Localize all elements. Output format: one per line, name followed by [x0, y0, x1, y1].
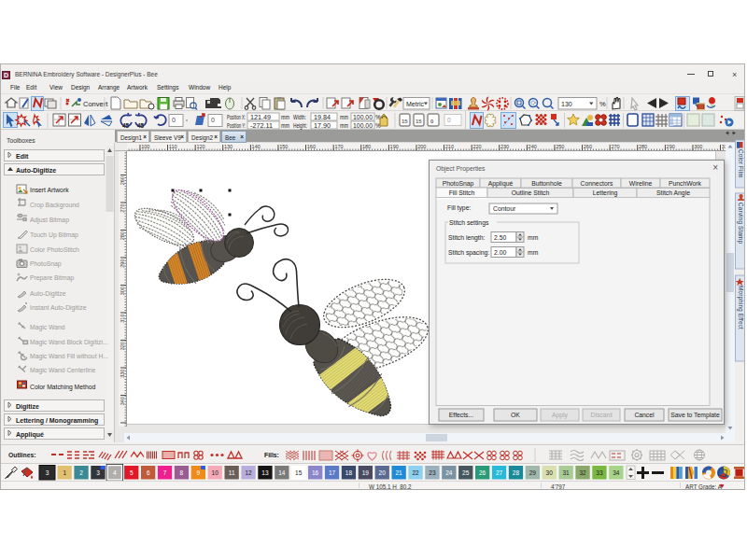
svg-text:Wireline: Wireline: [629, 180, 653, 187]
svg-text:Stitch settings: Stitch settings: [449, 219, 489, 227]
svg-text:Save to Template: Save to Template: [670, 412, 720, 419]
svg-text:mm: mm: [281, 114, 289, 120]
svg-text:340: 340: [120, 397, 125, 405]
svg-text:Buttonhole: Buttonhole: [531, 180, 562, 187]
svg-text:240: 240: [529, 144, 537, 149]
svg-text:Height:: Height:: [293, 122, 307, 130]
svg-text:170: 170: [334, 144, 343, 149]
svg-text:8: 8: [180, 469, 184, 476]
svg-text:Lettering / Monogramming: Lettering / Monogramming: [16, 417, 98, 425]
svg-text:300: 300: [120, 287, 125, 295]
svg-text:14: 14: [278, 469, 286, 476]
svg-text:17: 17: [329, 469, 336, 476]
svg-text:Discard: Discard: [590, 412, 612, 418]
svg-text:140: 140: [252, 144, 261, 149]
svg-text:0: 0: [172, 117, 176, 123]
svg-text:mm: mm: [340, 122, 348, 129]
svg-text:Adjust Bitmap: Adjust Bitmap: [30, 217, 69, 224]
svg-text:290: 290: [120, 259, 125, 268]
svg-text:Metric: Metric: [406, 101, 425, 107]
svg-text:Contour: Contour: [493, 205, 516, 212]
svg-text:190: 190: [390, 144, 399, 149]
svg-text:2.00: 2.00: [494, 249, 506, 256]
svg-text:45: 45: [122, 122, 130, 129]
svg-text:28: 28: [513, 469, 520, 476]
svg-text:-272.11: -272.11: [250, 122, 274, 129]
svg-text:Instant Auto-Digitize: Instant Auto-Digitize: [30, 304, 87, 312]
svg-text:Digitize: Digitize: [16, 403, 39, 411]
svg-text:mm: mm: [281, 122, 289, 129]
svg-text:210: 210: [445, 144, 454, 149]
svg-text:2.50: 2.50: [494, 234, 506, 241]
svg-text:25: 25: [462, 469, 470, 476]
svg-text:23: 23: [429, 469, 436, 476]
svg-text:121.49: 121.49: [250, 114, 272, 120]
svg-text:Outlines:: Outlines:: [8, 452, 35, 458]
svg-text:30: 30: [546, 469, 554, 476]
svg-text:4: 4: [113, 469, 117, 476]
svg-text:16: 16: [312, 469, 319, 476]
svg-text:310: 310: [120, 315, 125, 323]
svg-text:20: 20: [379, 469, 387, 476]
svg-text:29: 29: [529, 469, 537, 476]
svg-text:15: 15: [402, 119, 408, 124]
svg-text:Magic Wand Centerline: Magic Wand Centerline: [30, 367, 96, 374]
svg-text:3: 3: [96, 469, 100, 476]
svg-text:290: 290: [667, 144, 675, 149]
svg-text:12: 12: [245, 469, 252, 476]
svg-text:250: 250: [556, 144, 564, 149]
svg-text:21: 21: [395, 469, 402, 476]
svg-text:130: 130: [561, 101, 572, 107]
svg-text:Appliqué: Appliqué: [16, 431, 44, 439]
svg-text:280: 280: [639, 144, 647, 149]
svg-text:18: 18: [345, 469, 353, 476]
svg-text:PunchWork: PunchWork: [669, 180, 702, 187]
svg-text:270: 270: [120, 204, 125, 213]
svg-text:33: 33: [596, 469, 603, 476]
svg-text:mm: mm: [528, 234, 539, 241]
svg-text:100.00: 100.00: [353, 122, 374, 129]
svg-text:Color PhotoStitch: Color PhotoStitch: [30, 246, 79, 253]
svg-text:Position X:: Position X:: [227, 114, 246, 120]
svg-text:Auto-Digitize: Auto-Digitize: [30, 290, 66, 298]
svg-text:6: 6: [147, 469, 150, 476]
svg-text:260: 260: [120, 176, 125, 185]
svg-text:Prepare Bitmap: Prepare Bitmap: [30, 274, 74, 282]
svg-text:300: 300: [694, 144, 702, 149]
svg-text:13: 13: [261, 469, 269, 476]
svg-text:10: 10: [212, 469, 219, 476]
svg-text:Magic Wand Block Digitizi...: Magic Wand Block Digitizi...: [30, 339, 108, 346]
svg-text:24: 24: [445, 469, 453, 476]
svg-text:280: 280: [120, 231, 125, 240]
svg-text:Color Matching Method: Color Matching Method: [30, 384, 95, 391]
svg-text:Touch Up Bitmap: Touch Up Bitmap: [30, 231, 78, 239]
svg-text:150: 150: [279, 144, 288, 149]
svg-text:260: 260: [584, 144, 592, 149]
svg-text:0: 0: [447, 117, 451, 123]
svg-text:19: 19: [362, 469, 370, 476]
svg-text:19.84: 19.84: [314, 114, 331, 120]
svg-text:Stitch Angle: Stitch Angle: [656, 189, 690, 197]
svg-text:mm: mm: [528, 249, 539, 256]
svg-text:Cancel: Cancel: [634, 412, 655, 418]
svg-text:Outline Stitch: Outline Stitch: [512, 189, 550, 196]
svg-text:100: 100: [141, 144, 149, 149]
svg-text:Edit: Edit: [16, 153, 29, 160]
svg-text:330: 330: [120, 370, 125, 378]
svg-text:·: ·: [155, 101, 157, 106]
svg-text:17.90: 17.90: [314, 122, 331, 129]
svg-text:Apply: Apply: [552, 412, 569, 419]
svg-text:Auto-Digitize: Auto-Digitize: [16, 167, 56, 175]
svg-text:45: 45: [137, 122, 145, 129]
svg-text:Width:: Width:: [293, 114, 306, 120]
svg-text:Appliqué: Appliqué: [488, 180, 514, 188]
svg-text:200: 200: [417, 144, 426, 149]
svg-text:220: 220: [472, 144, 481, 149]
svg-text:26: 26: [479, 469, 486, 476]
svg-text:Insert Artwork: Insert Artwork: [30, 187, 69, 193]
svg-text:OK: OK: [511, 412, 520, 418]
svg-text:230: 230: [500, 144, 509, 149]
svg-text:Effects...: Effects...: [449, 412, 473, 418]
svg-text:2: 2: [79, 469, 83, 476]
svg-text:Lettering: Lettering: [593, 189, 618, 197]
